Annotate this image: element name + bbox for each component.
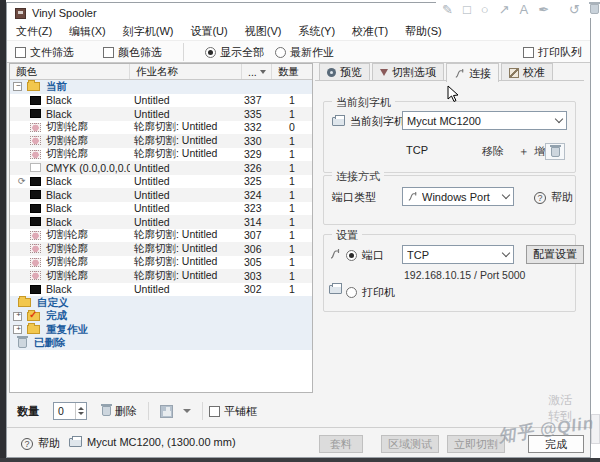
sort-dropdown-icon[interactable] [260,70,266,74]
menu-item[interactable]: 系统(Y) [298,24,335,39]
text-icon[interactable]: A [520,3,529,16]
color-filter-checkbox[interactable]: 颜色筛选 [103,45,162,60]
table-row[interactable]: 切割轮廓 轮廓切割: Untitled 307 1 [10,229,312,243]
printer-radio[interactable]: 打印机 [346,285,395,300]
job-name: 轮廓切割: Untitled [130,242,242,256]
radio-icon[interactable] [205,47,216,58]
menu-item[interactable]: 视图(V) [245,24,282,39]
circle-icon[interactable]: ○ [481,3,489,16]
step-up-icon[interactable] [78,407,84,410]
port-select[interactable]: TCP [402,245,514,264]
column-more[interactable]: ... [242,64,272,79]
group-row-deleted[interactable]: 已删除 [10,337,312,351]
checkbox-icon[interactable] [209,406,220,417]
table-row[interactable]: Black Untitled 324 1 [10,188,312,202]
cut-now-button[interactable]: 立即切割 [447,435,505,453]
group-row-current[interactable]: 当前 [10,80,312,94]
column-qty[interactable]: 数量 [272,64,312,79]
tab-cut-options[interactable]: 切割选项 [372,63,444,81]
rectangle-icon[interactable]: □ [463,3,471,16]
expand-icon[interactable] [13,312,22,321]
radio-icon[interactable] [346,250,357,261]
help-button[interactable]: 帮助 [534,190,573,205]
tab-connection[interactable]: 连接 [446,63,499,82]
job-number: 335 [242,108,272,120]
expand-icon[interactable] [13,325,22,334]
file-filter-checkbox[interactable]: 文件筛选 [15,45,74,60]
separator [183,43,184,61]
table-row[interactable]: Black Untitled 335 1 [10,107,312,121]
menu-item[interactable]: 校准(T) [352,24,388,39]
table-row[interactable]: Black Untitled 323 1 [10,202,312,216]
table-row[interactable]: 切割轮廓 轮廓切割: Untitled 332 0 [10,121,312,135]
tab-preview[interactable]: 预览 [319,63,370,81]
menu-item[interactable]: 刻字机(W) [123,24,174,39]
print-queue-checkbox[interactable]: 打印队列 [523,45,582,60]
table-row[interactable]: CMYK (0.0,0.0,0.0,0.0,... Untitled 326 1 [10,161,312,175]
table-row[interactable]: Black Untitled 337 1 [10,94,312,108]
save-button[interactable] [155,402,178,421]
stepper-arrows[interactable] [75,403,86,419]
checkbox-icon[interactable] [523,47,534,58]
area-test-button[interactable]: 区域测试 [381,435,439,453]
table-row[interactable]: 切割轮廓 轮廓切割: Untitled 305 1 [10,256,312,270]
bottom-toolbar: 数量 0 删除 平铺框 [9,397,313,425]
arrow-icon[interactable]: ↗ [499,3,510,16]
checkbox-icon[interactable] [15,47,26,58]
folder-check-icon [27,312,40,321]
collapse-icon[interactable] [13,82,22,91]
delete-button[interactable]: 删除 [97,401,142,422]
pencil-icon[interactable]: ✎ [442,3,453,16]
menu-item[interactable]: 文件(Z) [16,24,52,39]
menu-bar: 文件(Z)编辑(X)刻字机(W)设置(U)视图(V)系统(Y)校准(T)帮助(S… [7,23,590,41]
nest-button[interactable]: 套料 [319,435,363,453]
step-down-icon[interactable] [78,412,84,415]
color-swatch [30,231,41,240]
column-name[interactable]: 作业名称 [130,64,242,79]
configure-button[interactable]: 配置设置 [526,245,584,264]
menu-item[interactable]: 设置(U) [190,24,227,39]
job-qty: 1 [272,94,312,106]
row-color-cell: Black [10,189,130,201]
table-row[interactable]: 切割轮廓 轮廓切割: Untitled 330 1 [10,134,312,148]
table-row[interactable]: 切割轮廓 轮廓切割: Untitled 306 1 [10,242,312,256]
radio-icon[interactable] [346,287,357,298]
row-color-cell: Black [10,216,130,228]
menu-item[interactable]: 帮助(S) [405,24,442,39]
folder-icon [27,325,40,334]
port-type-select[interactable]: Windows Port [402,187,514,206]
trash-icon[interactable] [590,4,599,14]
table-row[interactable]: Black Untitled 302 1 [10,283,312,297]
show-all-radio[interactable]: 显示全部 [205,45,264,60]
menu-item[interactable]: 编辑(X) [69,24,106,39]
cutter-select[interactable]: Mycut MC1200 [402,111,567,130]
table-row[interactable]: ⟳Black Untitled 325 1 [10,175,312,189]
device-status: Mycut MC1200, (1300.00 mm) [69,436,236,448]
table-row[interactable]: Black Untitled 314 1 [10,215,312,229]
tile-checkbox[interactable]: 平铺框 [209,404,257,419]
group-row-repeat[interactable]: 重复作业 [10,323,312,337]
table-row[interactable]: 切割轮廓 轮廓切割: Untitled 329 1 [10,148,312,162]
column-color[interactable]: 颜色 [10,64,130,79]
help-status-button[interactable]: 帮助 [21,436,60,451]
save-dropdown[interactable] [178,406,196,416]
delete-cutter-button[interactable] [545,143,565,160]
checkbox-icon[interactable] [103,47,114,58]
quantity-stepper[interactable]: 0 [53,402,87,420]
pen-icon[interactable]: ✒ [538,3,549,16]
remove-button[interactable]: 移除 [482,144,504,159]
table-row[interactable]: 切割轮廓 轮廓切割: Untitled 303 1 [10,269,312,283]
latest-job-radio[interactable]: 最新作业 [275,45,334,60]
quantity-value[interactable]: 0 [54,405,75,417]
group-title: 当前刻字机 [332,95,395,110]
color-name: CMYK (0.0,0.0,0.0,0.0,... [46,162,130,174]
group-row-custom[interactable]: 自定义 [10,296,312,310]
group-row-complete[interactable]: 完成 [10,310,312,324]
undo-icon[interactable]: ↺ [569,3,580,16]
job-rows: Black Untitled 337 1 Black Untitled 335 … [10,94,312,297]
row-color-cell: 切割轮廓 [10,134,130,148]
group-title: 设置 [332,228,362,243]
tab-calibrate[interactable]: 校准 [501,63,553,81]
radio-icon[interactable] [275,47,286,58]
port-radio[interactable]: 端口 [346,248,384,263]
